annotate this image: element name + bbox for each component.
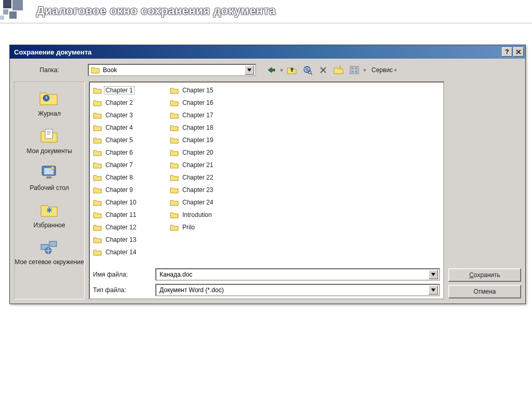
- dropdown-arrow-icon[interactable]: [429, 285, 438, 295]
- svg-rect-6: [355, 71, 357, 73]
- folder-icon: [93, 186, 102, 194]
- help-button[interactable]: ?: [502, 47, 512, 57]
- folder-icon: [170, 211, 179, 219]
- filetype-label: Тип файла:: [93, 286, 150, 294]
- folder-icon: [170, 223, 179, 231]
- history-icon: [38, 88, 61, 108]
- file-list-pane[interactable]: Chapter 1Chapter 2Chapter 3Chapter 4Chap…: [89, 81, 444, 299]
- folder-icon: [170, 186, 179, 194]
- place-network[interactable]: Мое сетевое окружение: [15, 235, 84, 272]
- folder-icon: [170, 123, 179, 132]
- slide-header: Диалоговое окно сохранения документа: [0, 0, 532, 22]
- save-button[interactable]: Сохранить: [448, 268, 521, 282]
- list-item[interactable]: Chapter 3: [93, 109, 155, 121]
- desktop-icon: [38, 162, 61, 182]
- dialog-title: Сохранение документа: [14, 48, 91, 56]
- folder-icon: [93, 248, 102, 256]
- list-item[interactable]: Chapter 7: [93, 159, 155, 171]
- list-item[interactable]: Chapter 20: [170, 147, 232, 158]
- filename-label: Имя файла:: [93, 271, 150, 278]
- delete-button[interactable]: [316, 64, 330, 76]
- list-item[interactable]: Chapter 12: [93, 222, 155, 233]
- network-icon: [38, 237, 61, 256]
- globe-search-icon: [303, 65, 312, 75]
- folder-combo[interactable]: Book: [88, 64, 256, 76]
- list-item[interactable]: Chapter 4: [93, 122, 155, 133]
- list-item[interactable]: Chapter 10: [93, 197, 155, 208]
- place-favorites[interactable]: ✱ Избранное: [15, 198, 84, 235]
- folder-up-icon: [287, 65, 297, 75]
- svg-text:✱: ✱: [46, 206, 52, 214]
- svg-rect-8: [45, 129, 52, 139]
- list-item[interactable]: Chapter 1: [93, 85, 155, 96]
- folder-icon: [170, 198, 179, 207]
- svg-rect-4: [355, 67, 357, 70]
- my-documents-icon: [38, 126, 61, 145]
- cancel-button[interactable]: Отмена: [448, 285, 521, 298]
- list-item[interactable]: Chapter 18: [170, 122, 232, 133]
- places-bar: Журнал Мои документы Рабочий стол: [14, 81, 85, 299]
- slide-underline: [0, 22, 532, 24]
- search-web-button[interactable]: [301, 64, 314, 76]
- favorites-icon: ✱: [38, 200, 61, 219]
- folder-label: Папка:: [14, 66, 85, 74]
- folder-icon: [93, 236, 102, 244]
- up-button[interactable]: [285, 64, 299, 76]
- list-item[interactable]: Prilo: [170, 222, 232, 233]
- folder-icon: [93, 86, 102, 94]
- list-item[interactable]: Chapter 16: [170, 97, 232, 108]
- folder-icon: [170, 136, 179, 144]
- list-item[interactable]: Chapter 6: [93, 147, 155, 158]
- folder-icon: [93, 136, 102, 144]
- svg-rect-5: [351, 71, 354, 73]
- list-item[interactable]: Chapter 24: [170, 197, 232, 208]
- filetype-select[interactable]: Документ Word (*.doc): [155, 284, 440, 296]
- delete-icon: [320, 66, 327, 74]
- list-item[interactable]: Chapter 22: [170, 172, 232, 183]
- list-item[interactable]: Chapter 5: [93, 134, 155, 146]
- folder-icon: [93, 123, 102, 132]
- titlebar[interactable]: Сохранение документа ?: [10, 45, 525, 59]
- dropdown-arrow-icon[interactable]: [429, 270, 438, 279]
- folder-icon: [93, 161, 102, 169]
- place-my-documents[interactable]: Мои документы: [15, 123, 84, 161]
- folder-icon: [93, 111, 102, 119]
- folder-icon: [170, 161, 179, 169]
- views-icon: [350, 66, 359, 74]
- list-item[interactable]: Chapter 19: [170, 134, 232, 146]
- svg-rect-3: [351, 67, 354, 70]
- folder-icon: [91, 66, 100, 74]
- dropdown-arrow-icon[interactable]: [245, 65, 254, 75]
- list-item[interactable]: Introdution: [170, 209, 232, 221]
- folder-icon: [170, 148, 179, 157]
- filename-input[interactable]: Канада.doc: [155, 268, 440, 281]
- list-item[interactable]: Chapter 9: [93, 184, 155, 196]
- list-item[interactable]: Chapter 11: [93, 209, 155, 221]
- folder-icon: [170, 99, 179, 107]
- folder-icon: [93, 211, 102, 219]
- list-item[interactable]: Chapter 17: [170, 109, 232, 121]
- tools-menu[interactable]: Сервис ▾: [368, 64, 400, 76]
- folder-icon: [93, 99, 102, 107]
- list-item[interactable]: Chapter 14: [93, 246, 155, 258]
- folder-icon: [93, 148, 102, 157]
- list-item[interactable]: Chapter 21: [170, 159, 232, 171]
- place-history[interactable]: Журнал: [15, 86, 84, 123]
- toolbar: ▾: [264, 64, 400, 76]
- folder-icon: [93, 198, 102, 207]
- action-buttons: Сохранить Отмена: [448, 81, 521, 299]
- close-button[interactable]: [513, 47, 524, 57]
- views-button[interactable]: [348, 64, 361, 76]
- folder-icon: [93, 223, 102, 231]
- new-folder-button[interactable]: [332, 64, 345, 76]
- list-item[interactable]: Chapter 13: [93, 234, 155, 245]
- place-desktop[interactable]: Рабочий стол: [15, 160, 84, 198]
- back-button[interactable]: [264, 64, 278, 76]
- close-icon: [516, 49, 521, 54]
- list-item[interactable]: Chapter 15: [170, 85, 232, 96]
- list-item[interactable]: Chapter 2: [93, 97, 155, 108]
- svg-rect-11: [46, 176, 51, 179]
- save-dialog: Сохранение документа ? Папка: Book: [9, 45, 526, 304]
- list-item[interactable]: Chapter 8: [93, 172, 155, 183]
- list-item[interactable]: Chapter 23: [170, 184, 232, 196]
